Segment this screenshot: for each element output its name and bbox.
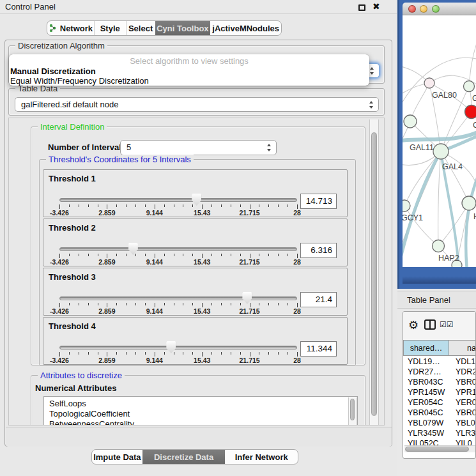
node-label: H (473, 212, 476, 221)
checkbox-icons[interactable]: ☑☑ (440, 320, 454, 329)
bottom-tab-impute-data[interactable]: Impute Data (92, 450, 143, 464)
threshold-value-field[interactable]: 6.316 (300, 243, 337, 258)
table-row[interactable]: YPR145WYPR1 (403, 388, 476, 398)
table-row[interactable]: YDL19…YDL1 (403, 357, 476, 367)
gear-icon[interactable]: ⚙ (408, 318, 418, 332)
threshold-slider-track[interactable] (59, 198, 297, 202)
attributes-list-scrollbar[interactable] (348, 397, 357, 426)
slider-tick (297, 204, 298, 209)
attribute-list-item[interactable]: BetweennessCentrality (49, 419, 134, 426)
slider-tick (116, 352, 117, 355)
cell-shared-name: YLR345W (408, 429, 444, 438)
table-row[interactable]: YDR27…YDR2 (403, 367, 476, 378)
slider-tick (145, 254, 146, 256)
slider-tick (221, 254, 222, 256)
numerical-attributes-list[interactable]: SelfLoopsTopologicalCoefficientBetweenne… (43, 396, 358, 426)
network-node-ga[interactable] (464, 81, 475, 92)
slider-tick (278, 254, 279, 256)
bottom-tab-infer-network[interactable]: Infer Network (225, 450, 298, 464)
bottom-tab-label: Discretize Data (154, 452, 213, 462)
slider-tick (107, 352, 107, 357)
settings-scrollbar[interactable] (369, 119, 379, 425)
table-row[interactable]: YBR043CYBR0 (403, 378, 476, 388)
slider-tick-label: 9.144 (146, 307, 163, 315)
slider-tick (79, 303, 79, 305)
slider-tick (126, 254, 127, 256)
tab-jactivemnodules[interactable]: jActiveMNodules (210, 21, 281, 35)
network-node-gal80[interactable] (424, 78, 434, 88)
slider-tick (183, 204, 183, 207)
close-traffic-light-icon[interactable] (408, 5, 416, 13)
slider-tick (278, 303, 279, 305)
network-node-gal4[interactable] (433, 144, 449, 159)
threshold-value-field[interactable]: 11.344 (300, 341, 337, 357)
network-node-gcy1[interactable] (403, 200, 410, 211)
slider-tick (59, 204, 60, 209)
slider-tick (259, 352, 259, 355)
slider-tick (231, 204, 231, 207)
cell-shared-name: YER054C (408, 398, 443, 407)
number-of-intervals-spinner[interactable]: 5 (120, 140, 277, 155)
table-header-name[interactable]: na (449, 340, 476, 356)
scrollbar-thumb[interactable] (350, 399, 355, 420)
table-data-combobox[interactable]: galFiltered.sif default node (15, 97, 379, 112)
control-panel: Control Panel ✖ NetworkStyleSelectCyni T… (0, 0, 397, 476)
network-node-c[interactable] (465, 105, 476, 119)
zoom-traffic-light-icon[interactable] (432, 5, 440, 13)
tab-network[interactable]: Network (47, 21, 95, 35)
slider-tick-label: 9.144 (146, 258, 163, 266)
slider-tick (126, 204, 127, 207)
tab-cyni-toolbox[interactable]: Cyni Toolbox (155, 21, 211, 35)
algorithm-option-manual[interactable]: Manual Discretization (10, 66, 368, 76)
bottom-tab-discretize-data[interactable]: Discretize Data (142, 450, 226, 464)
table-row[interactable]: YBL079WYBL0 (403, 418, 476, 429)
slider-tick (202, 254, 203, 258)
table-row[interactable]: YLR345WYLR3 (403, 429, 476, 439)
close-icon[interactable]: ✖ (372, 1, 380, 12)
cell-name: YBR0 (456, 408, 476, 417)
threshold-panel-4: Threshold 4-3.4262.8599.14415.4321.71528… (43, 317, 348, 365)
tab-label: Style (100, 24, 120, 33)
threshold-slider-track[interactable] (59, 296, 297, 300)
cell-name: YLR3 (456, 429, 475, 438)
network-node-h[interactable] (462, 196, 476, 210)
network-node-hap2[interactable] (433, 240, 445, 252)
slider-tick (135, 254, 136, 256)
scrollbar-thumb[interactable] (371, 132, 377, 416)
table-row[interactable]: YER054CYER0 (403, 398, 476, 408)
table-row[interactable]: YBR045CYBR0 (403, 408, 476, 418)
slider-tick (164, 303, 165, 305)
algorithm-option-equal-width[interactable]: Equal Width/Frequency Discretization (10, 76, 368, 86)
tab-select[interactable]: Select (127, 21, 156, 35)
threshold-value-field[interactable]: 14.713 (300, 194, 337, 209)
threshold-slider-track[interactable] (59, 346, 297, 349)
control-panel-titlebar: Control Panel ✖ (0, 0, 397, 14)
threshold-value-field[interactable]: 21.4 (300, 292, 337, 307)
threshold-slider-thumb[interactable] (128, 243, 138, 255)
attribute-list-item[interactable]: SelfLoops (49, 399, 86, 408)
network-window-titlebar[interactable] (403, 3, 476, 15)
slider-tick (278, 352, 279, 355)
scrollbar-thumb[interactable] (405, 447, 469, 452)
network-canvas[interactable]: GAL80GACGAL11GAL4GCY1HHAP2 (403, 15, 476, 267)
tab-style[interactable]: Style (95, 21, 127, 35)
threshold-slider-thumb[interactable] (192, 194, 201, 206)
tab-label: Cyni Toolbox (157, 24, 208, 33)
cell-shared-name: YBL079W (408, 418, 443, 427)
columns-icon[interactable] (424, 319, 436, 330)
attribute-list-item[interactable]: TopologicalCoefficient (49, 409, 130, 418)
number-of-intervals-value: 5 (127, 142, 131, 152)
threshold-slider-thumb[interactable] (242, 292, 252, 304)
threshold-slider-track[interactable] (59, 247, 297, 251)
table-header-shared[interactable]: shared… (403, 340, 449, 356)
minimize-traffic-light-icon[interactable] (420, 5, 427, 13)
table-horizontal-scrollbar[interactable] (404, 445, 475, 452)
slider-tick (69, 352, 70, 355)
float-window-icon[interactable] (358, 4, 365, 11)
slider-tick (183, 303, 183, 305)
network-node-gal11[interactable] (404, 115, 417, 128)
slider-tick (288, 254, 288, 256)
threshold-slider-thumb[interactable] (166, 341, 176, 353)
slider-tick (211, 303, 212, 305)
slider-tick (59, 352, 60, 357)
